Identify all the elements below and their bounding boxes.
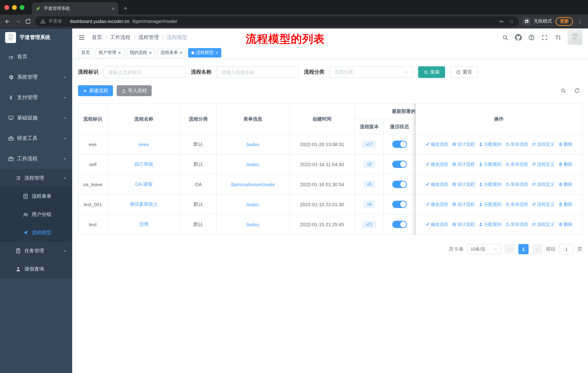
page-size-select[interactable]: 10条/页	[467, 244, 501, 254]
status-toggle[interactable]	[392, 221, 407, 228]
breadcrumb-home[interactable]: 首页	[92, 34, 102, 41]
browser-menu-icon[interactable]: ⋮	[577, 18, 584, 25]
delete-action-link[interactable]: 删除	[558, 221, 573, 227]
update-button[interactable]: 更新	[556, 17, 573, 26]
hide-search-icon[interactable]	[560, 88, 566, 94]
form-link[interactable]: /bpm/oa/leave/create	[231, 181, 275, 187]
delete-action-link[interactable]: 删除	[558, 201, 573, 207]
status-toggle[interactable]	[392, 161, 407, 168]
refresh-table-icon[interactable]	[574, 88, 580, 94]
close-icon[interactable]: ×	[215, 50, 218, 55]
definition-action-link[interactable]: 流程定义	[532, 161, 555, 167]
design-action-link[interactable]: 设计流程	[452, 161, 475, 167]
tag-tenant-management[interactable]: 租户管理×	[95, 48, 124, 57]
search-icon[interactable]	[502, 34, 509, 41]
breadcrumb-process-management[interactable]: 流程管理	[138, 34, 159, 41]
publish-action-link[interactable]: 发布流程	[505, 181, 528, 187]
fullscreen-icon[interactable]	[541, 34, 548, 41]
delete-action-link[interactable]: 删除	[558, 161, 573, 167]
modify-action-link[interactable]: 修改流程	[425, 141, 448, 147]
publish-action-link[interactable]: 发布流程	[505, 201, 528, 207]
reload-icon[interactable]	[25, 18, 31, 25]
sidebar-item-process-management[interactable]: 流程管理	[0, 169, 72, 187]
process-name-input[interactable]	[217, 66, 299, 78]
password-key-icon[interactable]	[499, 18, 504, 24]
tag-process-form[interactable]: 流程表单×	[157, 48, 186, 57]
reset-button[interactable]: 重置	[450, 66, 478, 78]
delete-action-link[interactable]: 删除	[558, 141, 573, 147]
status-toggle[interactable]	[392, 181, 407, 188]
definition-action-link[interactable]: 流程定义	[532, 201, 555, 207]
definition-action-link[interactable]: 流程定义	[532, 141, 555, 147]
tag-home[interactable]: 首页	[78, 48, 93, 57]
sidebar-item-system[interactable]: 系统管理	[0, 67, 72, 87]
forward-icon[interactable]	[15, 18, 21, 25]
hamburger-icon[interactable]	[78, 34, 85, 41]
publish-action-link[interactable]: 发布流程	[505, 141, 528, 147]
incognito-badge[interactable]: 无痕模式	[522, 17, 552, 26]
assign-action-link[interactable]: 分配规则	[478, 181, 501, 187]
font-size-icon[interactable]	[555, 34, 561, 41]
next-page-button[interactable]: ›	[532, 244, 542, 254]
help-icon[interactable]	[528, 34, 535, 41]
assign-action-link[interactable]: 分配规则	[478, 161, 501, 167]
prev-page-button[interactable]: ‹	[504, 244, 515, 254]
back-icon[interactable]	[4, 18, 11, 25]
form-link[interactable]: biubiu	[246, 222, 259, 227]
close-icon[interactable]: ×	[180, 50, 182, 55]
breadcrumb-workflow[interactable]: 工作流程	[110, 34, 130, 41]
process-name-link[interactable]: OA 请假	[135, 181, 152, 187]
create-process-button[interactable]: 新建流程	[78, 85, 113, 96]
design-action-link[interactable]: 设计流程	[452, 141, 475, 147]
user-avatar[interactable]	[567, 30, 582, 45]
sidebar-item-process-form[interactable]: 流程表单	[0, 187, 72, 205]
tag-process-model[interactable]: 流程模型×	[188, 48, 221, 57]
publish-action-link[interactable]: 发布流程	[505, 221, 528, 227]
tab-close-icon[interactable]: ×	[112, 6, 115, 11]
sidebar-item-payment[interactable]: 支付管理	[0, 87, 72, 108]
url-field[interactable]: 不安全 dashboard.yudao.iocoder.cn /bpm/mana…	[35, 16, 519, 26]
browser-tab[interactable]: 芋道管理系统 ×	[32, 2, 118, 15]
import-process-button[interactable]: 导入流程	[117, 85, 152, 96]
minimize-window-button[interactable]	[12, 5, 17, 10]
sidebar-item-process-model[interactable]: 流程模型	[0, 224, 72, 242]
zoom-window-button[interactable]	[20, 5, 24, 10]
delete-action-link[interactable]: 删除	[558, 181, 573, 187]
modify-action-link[interactable]: 修改流程	[425, 161, 448, 167]
modify-action-link[interactable]: 修改流程	[425, 201, 448, 207]
category-select[interactable]: 流程分类	[330, 66, 413, 78]
assign-action-link[interactable]: 分配规则	[478, 201, 501, 207]
github-icon[interactable]	[515, 34, 522, 41]
process-name-link[interactable]: 自己审批	[134, 161, 153, 167]
sidebar-item-task-management[interactable]: 任务管理	[0, 242, 72, 260]
sidebar-item-home[interactable]: 首页	[0, 47, 72, 67]
close-window-button[interactable]	[4, 5, 9, 10]
definition-action-link[interactable]: 流程定义	[532, 181, 555, 187]
warning-icon[interactable]	[40, 19, 46, 24]
assign-action-link[interactable]: 分配规则	[478, 221, 501, 227]
definition-action-link[interactable]: 流程定义	[532, 221, 555, 227]
design-action-link[interactable]: 设计流程	[452, 181, 475, 187]
page-number-1[interactable]: 1	[518, 244, 529, 254]
tag-my-process[interactable]: 我的流程×	[126, 48, 155, 57]
close-icon[interactable]: ×	[149, 50, 152, 55]
search-button[interactable]: 搜索	[418, 66, 445, 78]
modify-action-link[interactable]: 修改流程	[425, 221, 448, 227]
sidebar-item-user-group[interactable]: 用户分组	[0, 205, 72, 224]
form-link[interactable]: biubiu	[246, 202, 259, 207]
publish-action-link[interactable]: 发布流程	[505, 161, 528, 167]
design-action-link[interactable]: 设计流程	[452, 221, 475, 227]
process-name-link[interactable]: 滔博	[139, 222, 148, 227]
form-link[interactable]: biubiu	[246, 141, 259, 147]
close-icon[interactable]: ×	[118, 50, 121, 55]
modify-action-link[interactable]: 修改流程	[425, 181, 448, 187]
sidebar-item-workflow[interactable]: 工作流程	[0, 149, 72, 169]
assign-action-link[interactable]: 分配规则	[478, 141, 501, 147]
process-name-link[interactable]: eeee	[138, 141, 149, 147]
form-link[interactable]: biubiu	[246, 161, 259, 167]
sidebar-item-leave-query[interactable]: 请假查询	[0, 260, 72, 278]
sidebar-item-devtools[interactable]: 研发工具	[0, 128, 72, 149]
process-name-link[interactable]: 测试多审批人	[130, 202, 158, 207]
bookmark-star-icon[interactable]: ☆	[509, 19, 514, 24]
design-action-link[interactable]: 设计流程	[452, 201, 475, 207]
